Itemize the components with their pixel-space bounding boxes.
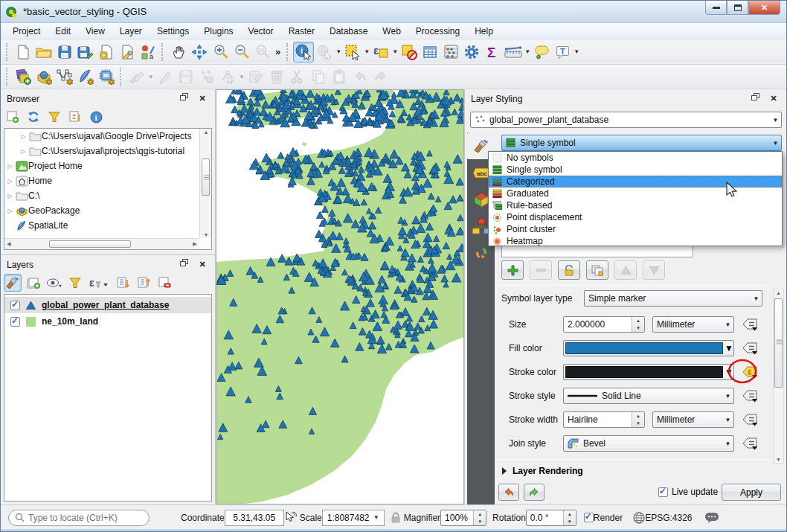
renderer-option-graduated[interactable]: Graduated [489, 188, 782, 199]
renderer-option-point-displacement[interactable]: Point displacement [489, 211, 782, 223]
stroke-width-spinbox[interactable]: ▲▼ [563, 411, 645, 428]
menu-web[interactable]: Web [375, 24, 408, 39]
renderer-option-point-cluster[interactable]: Point cluster [489, 223, 782, 235]
menu-plugins[interactable]: Plugins [196, 24, 240, 39]
new-print-layout-button[interactable] [96, 42, 117, 63]
minimize-button[interactable] [705, 1, 727, 15]
stroke-style-combo[interactable]: Solid Line ▼ [563, 388, 734, 404]
menu-settings[interactable]: Settings [150, 24, 196, 39]
stroke-width-unit-combo[interactable]: Millimeter ▼ [652, 411, 734, 428]
live-update-control[interactable]: Live update [658, 487, 718, 497]
join-style-override-button[interactable] [742, 435, 759, 452]
save-project-button[interactable] [54, 42, 75, 63]
apply-button[interactable]: Apply [722, 484, 781, 501]
run-feature-action-button[interactable] [314, 42, 335, 63]
scroll-up-arrow[interactable]: ▲ [774, 290, 783, 295]
locator-search[interactable] [8, 510, 150, 526]
menu-raster[interactable]: Raster [281, 24, 322, 39]
remove-symbol-layer-button[interactable] [530, 260, 552, 280]
select-features-dropdown-arrow[interactable]: ▼ [363, 48, 370, 55]
expander-icon[interactable]: ▷ [4, 193, 16, 199]
stroke-color-override-button[interactable]: ε [742, 364, 759, 380]
browser-vertical-scrollbar[interactable]: ▲ ▼ [199, 129, 211, 238]
toolbar-grip[interactable] [6, 68, 10, 86]
layer-item-power-plants[interactable]: global_power_plant_database [4, 297, 211, 313]
scrollbar-thumb[interactable] [202, 158, 210, 196]
vertex-tool-button[interactable] [217, 66, 238, 87]
renderer-option-heatmap[interactable]: Heatmap [489, 235, 782, 247]
render-checkbox[interactable] [584, 513, 594, 522]
spin-down-icon[interactable]: ▼ [632, 324, 644, 332]
add-selected-layer-button[interactable] [4, 108, 22, 126]
new-geopackage-layer-button[interactable]: ✱ [33, 66, 54, 87]
menu-edit[interactable]: Edit [48, 24, 78, 39]
measure-dropdown-arrow[interactable]: ▼ [524, 48, 531, 55]
pan-map-button[interactable] [168, 42, 189, 63]
style-undo-button[interactable] [498, 484, 519, 501]
stroke-style-override-button[interactable] [742, 388, 759, 404]
spin-buttons[interactable]: ▲▼ [563, 510, 576, 525]
layout-manager-button[interactable] [117, 42, 138, 63]
delete-selected-button[interactable] [266, 66, 287, 87]
browser-item-project-home[interactable]: ▷Project Home [4, 158, 199, 173]
spin-up-icon[interactable]: ▲ [632, 412, 644, 420]
new-project-button[interactable] [13, 42, 33, 63]
layer-rendering-group[interactable]: Layer Rendering [501, 466, 583, 476]
crs-value[interactable]: EPSG:4326 [645, 513, 692, 523]
style-redo-button[interactable] [524, 484, 545, 501]
lock-symbol-color-button[interactable] [558, 260, 580, 280]
collapse-all-layers-button[interactable] [135, 274, 152, 292]
scrollbar-thumb[interactable] [774, 298, 783, 388]
layer-item-land[interactable]: ne_10m_land [4, 313, 211, 330]
scale-combo[interactable]: 1:8087482▼ [322, 510, 385, 526]
stroke-width-override-button[interactable] [742, 411, 759, 428]
magnifier-input[interactable] [441, 510, 473, 525]
add-symbol-layer-button[interactable] [501, 260, 524, 280]
styling-float-button[interactable] [751, 93, 765, 105]
paste-features-button[interactable] [329, 66, 350, 87]
messages-icon[interactable] [704, 512, 719, 524]
remove-layer-button[interactable] [155, 274, 173, 292]
zoom-out-button[interactable] [231, 42, 251, 63]
add-feature-button[interactable] [196, 66, 217, 87]
lock-scale-icon[interactable] [391, 512, 401, 523]
spin-down-icon[interactable]: ▼ [632, 420, 644, 427]
browser-horizontal-scrollbar[interactable]: ◀ ▶ [4, 238, 199, 249]
current-edits-dropdown-arrow[interactable]: ▼ [147, 74, 155, 80]
menu-vector[interactable]: Vector [241, 24, 281, 39]
map-tips-button[interactable] [531, 42, 552, 63]
manage-map-themes-button[interactable] [45, 274, 63, 292]
spin-down-icon[interactable]: ▼ [564, 518, 576, 525]
duplicate-symbol-layer-button[interactable] [586, 260, 608, 280]
feature-action-dropdown-arrow[interactable]: ▼ [335, 48, 342, 55]
spin-up-icon[interactable]: ▲ [564, 510, 576, 518]
stroke-width-input[interactable] [564, 412, 632, 427]
close-button[interactable]: ✕ [748, 1, 780, 15]
new-shapefile-layer-button[interactable]: ✱ [54, 66, 75, 87]
refresh-button[interactable] [25, 108, 42, 126]
browser-item-gdrive[interactable]: ▷C:\Users\ujaval\Google Drive\Projects [4, 129, 199, 144]
menu-view[interactable]: View [78, 24, 112, 39]
save-project-as-button[interactable] [75, 42, 96, 63]
expander-icon[interactable]: ▷ [4, 163, 16, 170]
redo-button[interactable] [370, 66, 391, 87]
new-spatialite-layer-button[interactable]: ✱ [75, 66, 96, 87]
filter-legend-button[interactable] [66, 274, 84, 292]
styling-scrollbar[interactable]: ▲ ▼ [773, 289, 784, 464]
zoom-in-button[interactable] [210, 42, 231, 63]
measure-button[interactable] [503, 42, 524, 63]
renderer-type-combo[interactable]: Single symbol ▼ [501, 135, 782, 151]
move-symbol-layer-down-button[interactable] [643, 260, 665, 280]
expander-icon[interactable]: ▷ [18, 148, 29, 155]
menu-database[interactable]: Database [322, 24, 375, 39]
add-group-button[interactable] [25, 274, 42, 292]
open-project-button[interactable] [33, 42, 54, 63]
text-annotation-dropdown-arrow[interactable]: ▼ [573, 48, 580, 55]
vertex-tool-dropdown-arrow[interactable]: ▼ [238, 74, 245, 80]
toolbar-grip[interactable] [6, 43, 10, 61]
layers-close-button[interactable]: ✕ [196, 259, 209, 271]
rotation-spinbox[interactable]: ▲▼ [526, 510, 576, 526]
menu-layer[interactable]: Layer [112, 24, 150, 39]
renderer-option-single-symbol[interactable]: Single symbol [489, 164, 782, 176]
identify-features-button[interactable]: i [293, 42, 314, 63]
